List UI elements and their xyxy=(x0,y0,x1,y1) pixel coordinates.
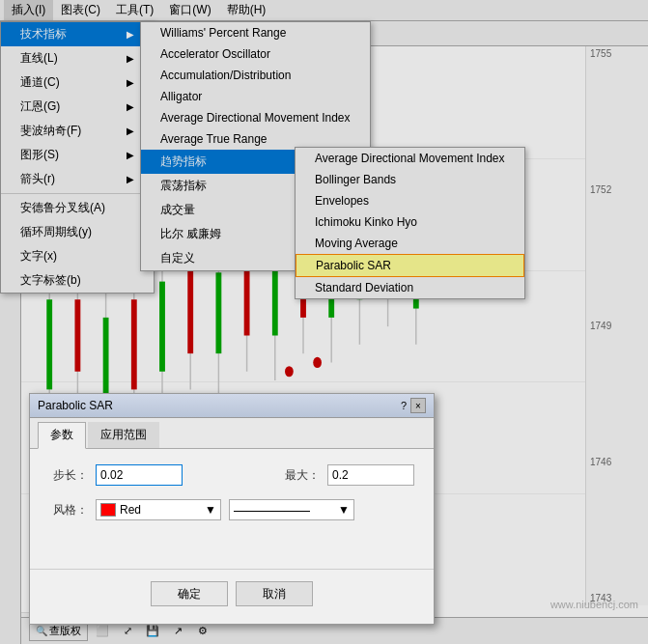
dialog-title: Parabolic SAR xyxy=(38,399,113,412)
dialog-close-btn[interactable]: × xyxy=(410,398,426,413)
dialog-tab-scope[interactable]: 应用范围 xyxy=(88,422,159,448)
parabolic-sar-dialog: Parabolic SAR ? × 参数 应用范围 步长： 最大： xyxy=(29,393,435,625)
line-style-select[interactable]: —————— ▼ xyxy=(229,499,354,520)
ok-button[interactable]: 确定 xyxy=(151,581,228,606)
dialog-title-actions: ? × xyxy=(401,398,426,413)
max-input[interactable] xyxy=(327,464,414,486)
color-indicator xyxy=(100,503,116,517)
dialog-overlay: Parabolic SAR ? × 参数 应用范围 步长： 最大： xyxy=(0,0,648,644)
line-style-value: —————— xyxy=(234,502,309,518)
dialog-tabs: 参数 应用范围 xyxy=(30,418,434,449)
step-group: 步长： xyxy=(49,464,266,486)
dialog-content: 步长： 最大： 风格： Red ▼ xyxy=(30,449,434,549)
dialog-help-label[interactable]: ? xyxy=(401,400,407,411)
form-row-style: 风格： Red ▼ —————— ▼ xyxy=(49,499,414,520)
dialog-tab-params[interactable]: 参数 xyxy=(38,422,86,449)
color-dropdown-arrow: ▼ xyxy=(205,503,216,517)
max-group: 最大： xyxy=(281,464,414,486)
cancel-button[interactable]: 取消 xyxy=(236,581,313,606)
color-select[interactable]: Red ▼ xyxy=(96,499,221,520)
max-label: 最大： xyxy=(281,467,320,484)
form-row-step-max: 步长： 最大： xyxy=(49,464,414,486)
dialog-footer: 确定 取消 xyxy=(30,569,434,618)
dialog-title-bar: Parabolic SAR ? × xyxy=(30,394,434,418)
step-input[interactable] xyxy=(96,464,183,486)
line-dropdown-arrow: ▼ xyxy=(338,503,350,517)
color-value: Red xyxy=(120,503,141,517)
step-label: 步长： xyxy=(49,467,88,484)
style-group: 风格： Red ▼ —————— ▼ xyxy=(49,499,414,520)
style-label: 风格： xyxy=(49,502,88,518)
